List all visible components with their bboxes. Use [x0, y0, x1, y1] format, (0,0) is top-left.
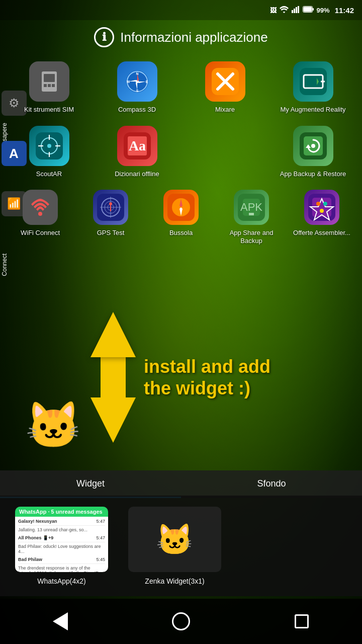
svg-rect-6	[303, 7, 312, 12]
app-icon-offerte	[304, 190, 339, 225]
back-icon	[53, 612, 68, 630]
home-button[interactable]	[168, 609, 194, 634]
app-icon-dizionari: Aa	[117, 126, 157, 166]
svg-rect-10	[48, 84, 51, 87]
whatsapp-header: WhatsApp · 5 unread messages	[15, 507, 108, 517]
svg-text:S: S	[136, 89, 138, 93]
svg-text:W: W	[126, 80, 130, 84]
app-bussola[interactable]: Bussola	[146, 183, 216, 250]
app-label-wifi-connect: WiFi Connect	[21, 229, 60, 237]
whatsapp-widget-label: WhatsApp(4x2)	[37, 577, 85, 585]
home-icon	[172, 612, 190, 630]
app-icon-scoutar	[29, 126, 69, 166]
svg-rect-5	[313, 8, 314, 11]
app-label-bussola: Bussola	[169, 229, 193, 237]
whatsapp-msg-3: Bad Philaw 5:45	[18, 557, 105, 564]
app-label-gps-test: GPS Test	[97, 229, 125, 237]
app-share-backup[interactable]: APK App Share and Backup	[216, 183, 287, 250]
app-kit-sim[interactable]: Kit strumenti SIM	[5, 54, 93, 119]
app-label-compass3d: Compass 3D	[118, 106, 156, 114]
page-title: Informazioni applicazione	[120, 30, 267, 45]
svg-rect-9	[44, 84, 47, 87]
zenka-widget-card[interactable]: 🐱 Zenka Widget(3x1)	[128, 507, 221, 585]
tab-widget[interactable]: Widget	[0, 470, 181, 498]
app-label-offerte: Offerte Assembler...	[293, 229, 350, 237]
app-label-mixare: Mixare	[215, 106, 235, 114]
svg-rect-0	[292, 10, 293, 13]
app-grid-row2: ScoutAR Aa Dizionari offline App Backup …	[0, 119, 362, 183]
app-label-backup-restore: App Backup & Restore	[280, 170, 346, 178]
whatsapp-widget-card[interactable]: WhatsApp · 5 unread messages Galaxy! Nex…	[15, 507, 108, 585]
svg-rect-1	[294, 9, 295, 13]
svg-rect-56	[249, 213, 254, 215]
app-grid-row3: WiFi Connect GPS Test	[0, 183, 362, 250]
bottom-tabs: Widget Sfondo	[0, 470, 362, 498]
app-icon-wifi-connect	[23, 190, 58, 225]
whatsapp-msg-3-preview: The drendest response is any of the inte…	[18, 566, 105, 572]
tab-sfondo[interactable]: Sfondo	[181, 470, 362, 498]
photo-icon: 🖼	[270, 7, 277, 14]
instruction-overlay: install and add the widget :)	[90, 312, 352, 443]
info-icon: ℹ	[94, 27, 114, 47]
svg-point-62	[320, 209, 324, 213]
app-wifi-connect[interactable]: WiFi Connect	[5, 183, 75, 250]
app-icon-bussola	[163, 190, 199, 225]
app-empty-slot	[181, 119, 269, 183]
app-compass3d[interactable]: N S W E Compass 3D	[93, 54, 181, 119]
svg-rect-2	[296, 7, 297, 13]
app-icon-backup-restore	[293, 126, 333, 166]
app-gps-test[interactable]: GPS Test	[75, 183, 146, 250]
whatsapp-widget-preview: WhatsApp · 5 unread messages Galaxy! Nex…	[15, 507, 108, 572]
app-icon-share-backup: APK	[234, 190, 269, 225]
svg-text:N: N	[136, 72, 138, 75]
app-label-my-ar: My Augmented Reality	[280, 106, 345, 114]
svg-text:Aa: Aa	[128, 138, 145, 153]
app-dizionari[interactable]: Aa Dizionari offline	[93, 119, 181, 183]
signal-icon	[292, 6, 300, 15]
header: ℹ Informazioni applicazione	[0, 20, 362, 54]
app-icon-kit-sim	[29, 61, 69, 102]
whatsapp-msg-2: All Phones 📱+9 5:47	[18, 535, 105, 542]
app-mixare[interactable]: Mixare	[181, 54, 269, 119]
whatsapp-messages: Galaxy! Nexusyan 5:47 Jallating. 13 unre…	[15, 517, 108, 572]
recent-button[interactable]	[289, 609, 314, 634]
app-my-ar[interactable]: My Augmented Reality	[269, 54, 357, 119]
app-label-share-backup: App Share and Backup	[220, 229, 283, 245]
svg-point-61	[323, 202, 327, 206]
svg-text:APK: APK	[240, 201, 262, 213]
svg-text:E: E	[145, 80, 148, 84]
app-grid-row1: Kit strumenti SIM N S W E Compass 3D	[0, 54, 362, 119]
app-icon-compass3d: N S W E	[117, 61, 157, 102]
time-display: 11:42	[335, 6, 354, 15]
widget-area: WhatsApp · 5 unread messages Galaxy! Nex…	[0, 496, 362, 596]
status-icons: 🖼 99% 11:42	[270, 6, 354, 15]
zenka-widget-label: Zenka Widget(3x1)	[145, 577, 204, 585]
zenka-widget-preview: 🐱	[128, 507, 221, 572]
whatsapp-msg-1: Galaxy! Nexusyan 5:47	[18, 519, 105, 526]
arrow-icon	[90, 312, 136, 443]
battery-percent: 99%	[317, 7, 330, 14]
app-label-scoutar: ScoutAR	[36, 170, 62, 178]
svg-point-32	[47, 144, 51, 148]
cat-decoration: 🐱	[25, 403, 81, 448]
back-button[interactable]	[48, 609, 73, 634]
whatsapp-msg-1-preview: Jallating. 13 unread char-ges, so...	[18, 527, 105, 532]
sidebar-label-connect: Connect	[0, 252, 10, 278]
wifi-icon	[280, 6, 289, 15]
svg-point-39	[311, 144, 315, 148]
svg-rect-3	[298, 6, 299, 13]
app-offerte[interactable]: Offerte Assembler...	[287, 183, 357, 250]
app-backup-restore[interactable]: App Backup & Restore	[269, 119, 357, 183]
app-icon-gps-test	[93, 190, 128, 225]
status-bar: 🖼 99% 11:42	[0, 0, 362, 20]
app-scoutar[interactable]: ScoutAR	[5, 119, 93, 183]
app-icon-mixare	[205, 61, 245, 102]
svg-point-40	[38, 212, 42, 216]
recent-icon	[295, 614, 309, 628]
app-label-kit-sim: Kit strumenti SIM	[24, 106, 74, 114]
svg-point-60	[316, 202, 320, 206]
app-icon-my-ar	[293, 61, 333, 102]
instruction-text: install and add the widget :)	[144, 356, 295, 399]
nav-bar	[0, 599, 362, 644]
whatsapp-msg-2-preview: Bad Philaw: oduck! Love suggestions are …	[18, 544, 105, 554]
